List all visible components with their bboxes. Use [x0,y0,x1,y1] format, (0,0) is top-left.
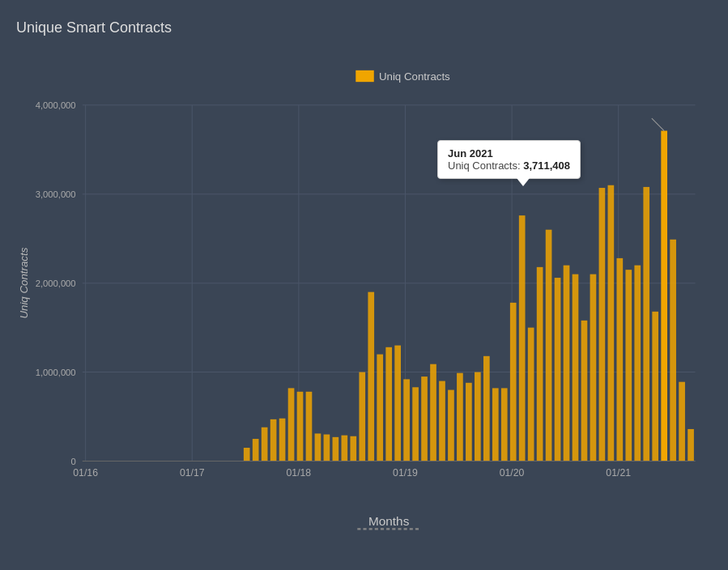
svg-rect-46 [448,390,454,462]
svg-rect-68 [643,187,649,462]
svg-rect-63 [599,188,606,461]
svg-rect-38 [377,355,383,462]
svg-rect-24 [253,439,259,461]
svg-rect-26 [270,419,277,462]
svg-rect-69 [652,312,658,462]
svg-rect-51 [492,388,499,461]
svg-rect-29 [297,392,304,462]
svg-rect-67 [634,266,641,462]
tooltip: Jun 2021 Uniq Contracts: 3,711,408 [437,140,581,179]
svg-rect-28 [288,388,295,461]
svg-rect-36 [359,372,365,462]
svg-rect-54 [519,215,526,461]
svg-rect-65 [616,258,623,462]
svg-rect-57 [546,230,552,462]
svg-rect-41 [403,379,410,461]
svg-rect-58 [555,278,561,461]
svg-line-79 [652,118,664,130]
svg-rect-40 [394,346,401,462]
svg-rect-47 [457,373,463,462]
svg-rect-48 [466,383,472,462]
svg-rect-49 [475,372,481,462]
svg-rect-31 [315,433,321,461]
svg-rect-50 [483,356,490,462]
svg-text:Uniq Contracts: Uniq Contracts [379,70,450,83]
svg-rect-39 [385,347,392,462]
svg-text:01/20: 01/20 [500,467,525,479]
svg-rect-59 [564,266,570,462]
svg-rect-62 [590,274,597,462]
svg-text:1,000,000: 1,000,000 [36,368,76,377]
svg-rect-70 [661,131,667,462]
bar-chart: 01,000,0002,000,0003,000,0004,000,000Uni… [16,45,712,547]
svg-text:01/19: 01/19 [393,467,418,479]
svg-rect-52 [501,388,508,461]
svg-rect-61 [581,321,588,462]
svg-rect-32 [324,435,330,462]
dashboard-container: Unique Smart Contracts 01,000,0002,000,0… [0,0,728,570]
svg-rect-71 [670,240,676,462]
svg-rect-45 [439,381,445,462]
svg-text:Uniq Contracts: Uniq Contracts [18,247,30,318]
svg-text:3,000,000: 3,000,000 [36,189,76,199]
svg-rect-66 [625,270,632,461]
svg-rect-77 [355,70,373,82]
page-title: Unique Smart Contracts [16,19,712,36]
chart-area: 01,000,0002,000,0003,000,0004,000,000Uni… [16,45,712,547]
svg-text:01/16: 01/16 [73,467,98,479]
svg-rect-33 [333,437,339,462]
svg-text:01/17: 01/17 [180,467,205,479]
svg-rect-64 [608,185,615,462]
svg-rect-73 [688,429,694,462]
svg-text:4,000,000: 4,000,000 [36,100,76,110]
svg-text:2,000,000: 2,000,000 [36,279,76,288]
svg-rect-25 [262,428,268,462]
svg-rect-42 [412,387,419,461]
svg-rect-72 [679,382,685,462]
svg-rect-27 [279,419,286,462]
svg-text:0: 0 [70,457,75,466]
svg-text:01/21: 01/21 [606,467,631,479]
svg-rect-34 [342,436,348,462]
svg-rect-35 [350,436,356,462]
svg-rect-30 [306,392,313,462]
svg-rect-60 [573,274,579,462]
svg-rect-43 [421,376,428,461]
tooltip-value: Uniq Contracts: 3,711,408 [448,160,570,172]
svg-text:01/18: 01/18 [287,467,312,479]
svg-rect-44 [430,364,436,462]
svg-rect-53 [510,303,517,462]
svg-rect-37 [368,292,374,462]
svg-rect-56 [537,267,543,462]
svg-rect-23 [244,448,250,461]
tooltip-date: Jun 2021 [448,147,570,160]
svg-text:Months: Months [368,514,410,528]
svg-rect-55 [528,328,534,462]
